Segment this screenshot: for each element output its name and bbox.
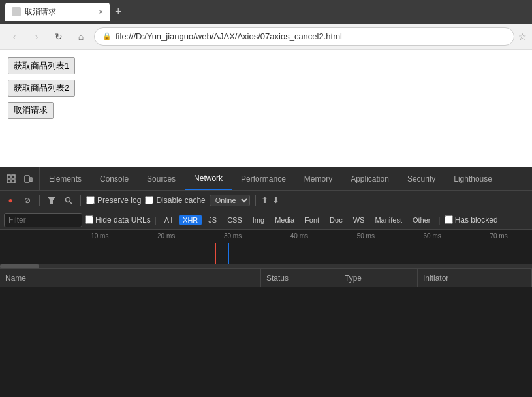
filter-bar: Hide data URLs | All XHR JS CSS Img Medi…: [0, 210, 532, 230]
timeline-ruler: 10 ms 20 ms 30 ms 40 ms 50 ms 60 ms 70 m…: [0, 230, 532, 243]
filter-css[interactable]: CSS: [223, 215, 246, 225]
filter-input[interactable]: [4, 213, 82, 227]
filter-doc[interactable]: Doc: [326, 215, 347, 225]
toolbar-separator2: [80, 195, 81, 206]
table-header: Name Status Type Initiator: [0, 269, 532, 287]
timeline-scrollbar[interactable]: [0, 264, 532, 268]
svg-line-8: [70, 202, 72, 204]
browser-titlebar: 取消请求 × +: [0, 0, 532, 24]
filter-xhr[interactable]: XHR: [179, 215, 202, 225]
new-tab-btn[interactable]: +: [115, 5, 122, 19]
has-blocked-checkbox[interactable]: [445, 215, 453, 224]
has-blocked-label[interactable]: Has blocked: [445, 215, 498, 225]
ruler-60ms: 60 ms: [399, 232, 465, 240]
hide-data-urls-checkbox[interactable]: [85, 215, 93, 224]
preserve-log-checkbox[interactable]: [86, 196, 95, 204]
tab-sources[interactable]: Sources: [138, 167, 185, 190]
col-initiator[interactable]: Initiator: [418, 269, 532, 287]
inspect-icon[interactable]: [4, 172, 18, 186]
filter-ws[interactable]: WS: [349, 215, 369, 225]
devtools-tabs: Elements Console Sources Network Perform…: [40, 167, 501, 190]
stop-btn[interactable]: ⊘: [21, 194, 34, 207]
preserve-log-label[interactable]: Preserve log: [86, 196, 141, 205]
secure-icon: 🔒: [102, 32, 112, 40]
page-content: 获取商品列表1 获取商品列表2 取消请求: [0, 50, 532, 167]
home-btn[interactable]: ⌂: [72, 27, 90, 46]
browser-toolbar: ‹ › ↻ ⌂ 🔒 file:///D:/Yun_jianguo/web/AJA…: [0, 24, 532, 50]
svg-rect-0: [7, 175, 10, 178]
disable-cache-label[interactable]: Disable cache: [145, 196, 205, 205]
cancel-request-btn[interactable]: 取消请求: [8, 102, 54, 119]
devtools-header: Elements Console Sources Network Perform…: [0, 167, 532, 191]
tab-console[interactable]: Console: [91, 167, 138, 190]
tab-close-btn[interactable]: ×: [99, 8, 103, 16]
filter-all[interactable]: All: [161, 215, 176, 225]
toolbar-separator: [39, 195, 40, 206]
ruler-70ms: 70 ms: [465, 232, 532, 240]
address-text: file:///D:/Yun_jianguo/web/AJAX/Axios/07…: [116, 31, 342, 41]
get-list1-btn[interactable]: 获取商品列表1: [8, 57, 75, 74]
filter-font[interactable]: Font: [301, 215, 323, 225]
filter-other[interactable]: Other: [409, 215, 435, 225]
import-icon[interactable]: ⬆: [261, 195, 268, 205]
filter-img[interactable]: Img: [249, 215, 268, 225]
svg-rect-3: [12, 180, 15, 183]
svg-point-7: [66, 197, 70, 202]
timeline-area: 10 ms 20 ms 30 ms 40 ms 50 ms 60 ms 70 m…: [0, 230, 532, 269]
tab-elements[interactable]: Elements: [40, 167, 91, 190]
tab-security[interactable]: Security: [398, 167, 445, 190]
svg-rect-2: [7, 180, 10, 183]
tab-application[interactable]: Application: [341, 167, 398, 190]
tab-network[interactable]: Network: [185, 167, 232, 190]
toolbar-separator3: [255, 195, 256, 206]
filter-media[interactable]: Media: [271, 215, 298, 225]
svg-rect-4: [25, 176, 29, 182]
ruler-50ms: 50 ms: [332, 232, 399, 240]
address-bar[interactable]: 🔒 file:///D:/Yun_jianguo/web/AJAX/Axios/…: [94, 27, 514, 46]
col-status[interactable]: Status: [261, 269, 339, 287]
get-list2-btn[interactable]: 获取商品列表2: [8, 80, 75, 97]
browser-tab[interactable]: 取消请求 ×: [5, 3, 110, 21]
svg-rect-5: [30, 178, 32, 182]
tab-title: 取消请求: [25, 7, 56, 18]
record-btn[interactable]: ●: [4, 194, 17, 207]
back-btn[interactable]: ‹: [5, 27, 23, 46]
export-icon[interactable]: ⬇: [272, 195, 279, 205]
device-toggle-icon[interactable]: [21, 172, 35, 186]
filter-manifest[interactable]: Manifest: [371, 215, 406, 225]
throttle-select[interactable]: Online: [210, 195, 250, 206]
hide-data-urls-label[interactable]: Hide data URLs: [85, 215, 151, 225]
svg-marker-6: [48, 197, 55, 204]
disable-cache-checkbox[interactable]: [145, 196, 153, 204]
table-body: [0, 287, 532, 397]
ruler-30ms: 30 ms: [200, 232, 266, 240]
tab-performance[interactable]: Performance: [232, 167, 295, 190]
svg-rect-1: [12, 175, 15, 178]
reload-btn[interactable]: ↻: [50, 27, 68, 46]
devtools-panel: Elements Console Sources Network Perform…: [0, 167, 532, 397]
filter-js[interactable]: JS: [204, 215, 221, 225]
bookmark-btn[interactable]: ☆: [518, 31, 527, 42]
tab-lighthouse[interactable]: Lighthouse: [445, 167, 501, 190]
tab-memory[interactable]: Memory: [295, 167, 341, 190]
network-toolbar: ● ⊘ Preserve log Disable cache Online ⬆ …: [0, 191, 532, 210]
timeline-scroll-thumb: [0, 264, 39, 268]
tab-favicon: [12, 7, 21, 16]
filter-icon[interactable]: [45, 194, 58, 207]
search-icon[interactable]: [62, 194, 75, 207]
forward-btn[interactable]: ›: [27, 27, 46, 46]
ruler-40ms: 40 ms: [266, 232, 333, 240]
devtools-side-icons: [0, 167, 40, 190]
col-name[interactable]: Name: [0, 269, 261, 287]
col-type[interactable]: Type: [339, 269, 418, 287]
ruler-10ms: 10 ms: [67, 232, 133, 240]
ruler-20ms: 20 ms: [133, 232, 200, 240]
